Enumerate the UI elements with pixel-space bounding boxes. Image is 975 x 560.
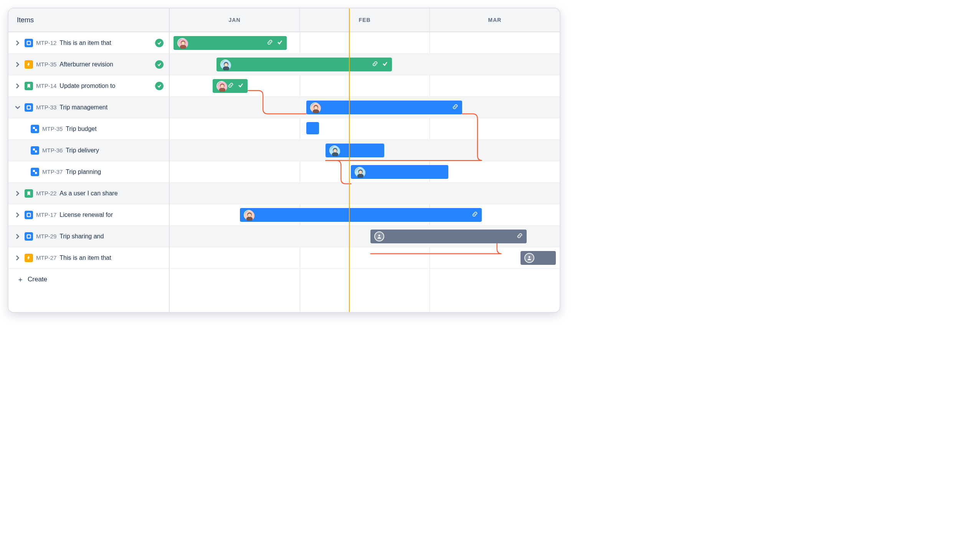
items-list: MTP-12This is an item thatMTP-35Afterbur… [8,32,169,269]
issue-summary[interactable]: Trip budget [66,125,163,132]
issue-key[interactable]: MTP-29 [36,233,57,240]
issue-summary[interactable]: Trip planning [66,168,163,175]
item-row-MTP-33[interactable]: MTP-33Trip management [8,97,169,118]
unassigned-avatar-icon [524,253,534,263]
item-row-MTP-22[interactable]: MTP-22As a user I can share [8,183,169,204]
timeline-row [170,118,560,140]
svg-rect-8 [27,213,31,217]
issue-key[interactable]: MTP-35 [36,61,57,68]
link-icon[interactable] [472,211,478,219]
subtask-icon [31,146,39,155]
issue-summary[interactable]: This is an item that [60,40,150,47]
issue-key[interactable]: MTP-14 [36,83,57,89]
timeline-bar[interactable] [240,208,482,222]
bar-icons [517,233,523,240]
issue-key[interactable]: MTP-27 [36,255,57,261]
task-icon [25,39,33,47]
issue-summary[interactable]: Trip management [60,104,163,111]
issue-summary[interactable]: Afterburner revision [60,61,150,68]
epic-icon [25,60,33,69]
svg-rect-3 [35,129,37,131]
timeline-bar[interactable] [306,122,319,134]
link-icon[interactable] [517,233,523,240]
link-icon[interactable] [372,61,378,68]
timeline-row [170,247,560,269]
create-button[interactable]: ＋ Create [8,269,169,290]
item-row-MTP-12[interactable]: MTP-12This is an item that [8,32,169,54]
expand-toggle[interactable] [14,61,22,68]
svg-point-39 [528,256,530,258]
bar-icons [372,61,388,68]
item-row-MTP-27[interactable]: MTP-27This is an item that [8,247,169,269]
issue-key[interactable]: MTP-36 [42,147,63,153]
today-marker [349,8,350,312]
link-icon[interactable] [452,103,458,111]
item-row-MTP-14[interactable]: MTP-14Update promotion to [8,75,169,97]
create-label: Create [28,276,47,283]
link-icon[interactable] [228,82,234,90]
task-icon [25,232,33,241]
timeline-bar[interactable] [351,165,448,179]
item-row-MTP-37[interactable]: MTP-37Trip planning [8,161,169,183]
issue-summary[interactable]: Update promotion to [60,83,150,90]
issue-key[interactable]: MTP-12 [36,40,57,46]
issue-summary[interactable]: This is an item that [60,255,163,262]
svg-point-17 [224,63,228,67]
svg-rect-9 [27,235,31,238]
expand-toggle[interactable] [14,190,22,197]
svg-rect-1 [27,105,31,109]
items-column: Items MTP-12This is an item thatMTP-35Af… [8,8,170,312]
issue-key[interactable]: MTP-33 [36,104,57,110]
issue-key[interactable]: MTP-22 [36,190,57,197]
expand-toggle[interactable] [14,254,22,262]
item-row-MTP-35[interactable]: MTP-35Trip budget [8,118,169,140]
timeline-bar[interactable] [217,58,392,72]
assignee-avatar [220,60,230,70]
expand-toggle[interactable] [14,211,22,219]
assignee-avatar [310,102,320,112]
subtask-icon [31,168,39,176]
issue-summary[interactable]: Trip delivery [66,147,163,154]
bar-icons [267,39,283,47]
issue-key[interactable]: MTP-35 [42,125,63,132]
expand-toggle[interactable] [14,233,22,240]
svg-point-37 [248,213,251,217]
unassigned-avatar-icon [374,232,384,242]
issue-key[interactable]: MTP-37 [42,168,63,175]
issue-summary[interactable]: Trip sharing and [60,233,163,240]
timeline-bar[interactable] [370,230,526,243]
epic-icon [25,254,33,262]
story-icon [25,189,33,198]
timeline-body[interactable] [170,32,560,312]
items-header: Items [8,8,169,32]
item-row-MTP-35[interactable]: MTP-35Afterburner revision [8,54,169,75]
timeline-bar[interactable] [325,143,384,157]
assignee-avatar [217,81,227,91]
timeline-bar[interactable] [213,79,248,93]
expand-toggle[interactable] [14,103,22,111]
timeline-row [170,183,560,204]
svg-rect-7 [35,172,37,174]
expand-toggle[interactable] [14,39,22,47]
link-icon[interactable] [267,39,273,47]
status-done-icon [155,82,163,90]
assignee-avatar [244,210,254,220]
item-row-MTP-17[interactable]: MTP-17License renewal for [8,204,169,226]
svg-rect-4 [33,148,35,150]
status-done-icon [155,60,163,69]
item-row-MTP-36[interactable]: MTP-36Trip delivery [8,140,169,161]
issue-key[interactable]: MTP-17 [36,212,57,218]
svg-rect-2 [33,127,35,128]
month-feb: FEB [300,8,430,32]
timeline-bar[interactable] [306,100,462,114]
timeline-bar[interactable] [520,251,555,265]
assignee-avatar [177,38,187,48]
task-icon [25,103,33,112]
expand-toggle[interactable] [14,82,22,90]
issue-summary[interactable]: License renewal for [60,212,163,218]
issue-summary[interactable]: As a user I can share [60,190,163,197]
timeline-bar[interactable] [173,36,287,50]
plus-icon: ＋ [17,275,24,284]
item-row-MTP-29[interactable]: MTP-29Trip sharing and [8,226,169,247]
svg-point-29 [333,149,337,152]
